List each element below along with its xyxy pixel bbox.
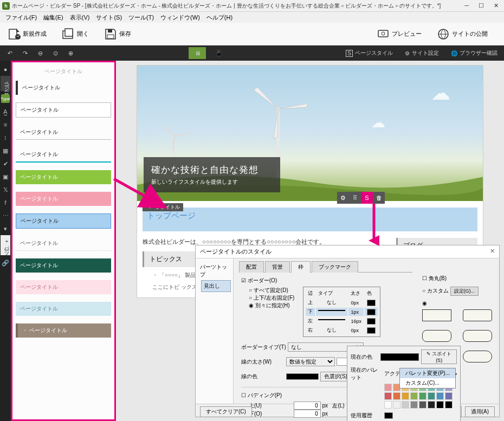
palette-swatch[interactable]: [419, 401, 427, 409]
more-icon[interactable]: ⋯: [1, 211, 10, 220]
menu-tool[interactable]: ツール(T): [126, 12, 156, 23]
palette-swatch[interactable]: [384, 384, 392, 391]
round-preset[interactable]: [463, 309, 492, 321]
tab-layout[interactable]: 配置: [239, 261, 264, 273]
style-option[interactable]: ページタイトル: [16, 192, 111, 206]
round-preset[interactable]: [422, 330, 451, 342]
style-icon[interactable]: S: [361, 192, 373, 204]
menu-window[interactable]: ウィンドウ(W): [158, 12, 202, 23]
minimize-icon[interactable]: ─: [464, 2, 469, 9]
palette-swatch[interactable]: [428, 392, 435, 400]
tab-parts-list[interactable]: ＋パーツ一覧: [1, 235, 10, 255]
tree-parts-top[interactable]: パーツトップ: [198, 262, 231, 280]
palette-swatch[interactable]: [402, 392, 409, 400]
round-preset[interactable]: [463, 330, 492, 342]
style-option[interactable]: ページタイトル: [16, 81, 111, 95]
scroll-down-icon[interactable]: ▾: [1, 224, 10, 233]
palette-swatch[interactable]: [428, 401, 435, 409]
page-title-text[interactable]: トップページ: [145, 209, 475, 221]
palette-swatch[interactable]: [436, 401, 444, 409]
menu-custom-color[interactable]: カスタム(C)...: [400, 378, 455, 388]
border-checkbox[interactable]: ボーダー(O): [241, 277, 277, 283]
palette-swatch[interactable]: [410, 392, 418, 400]
eyedropper-button[interactable]: ✎ スポイト(S): [421, 349, 457, 364]
palette-swatch[interactable]: [384, 392, 392, 400]
zoom-in-icon[interactable]: ⊕: [64, 47, 77, 60]
palette-swatch[interactable]: [393, 401, 400, 409]
delete-icon[interactable]: 🗑: [373, 192, 385, 204]
radio-custom[interactable]: カスタム: [422, 288, 449, 294]
open-button[interactable]: 開く: [59, 25, 92, 43]
history-swatch[interactable]: [384, 412, 393, 419]
preview-button[interactable]: プレビュー: [373, 25, 425, 43]
palette-swatch[interactable]: [410, 401, 418, 409]
menu-file[interactable]: ファイル(F): [3, 12, 39, 23]
check-icon[interactable]: ✔: [1, 159, 10, 168]
palette-swatch[interactable]: [384, 401, 392, 409]
palette-swatch[interactable]: [445, 392, 453, 400]
palette-swatch[interactable]: [393, 392, 400, 400]
style-option[interactable]: ページタイトル: [16, 125, 111, 140]
style-option[interactable]: ページタイトル: [16, 258, 111, 273]
palette-swatch[interactable]: [419, 392, 427, 400]
style-option[interactable]: ページタイトル: [16, 280, 111, 294]
round-settings-button[interactable]: 設定(G)...: [450, 287, 479, 296]
style-option[interactable]: ページタイトル: [16, 147, 111, 163]
style-option[interactable]: ページタイトル: [16, 236, 111, 251]
menu-help[interactable]: ヘルプ(H): [204, 12, 235, 23]
round-checkbox[interactable]: 角丸(B): [422, 275, 447, 281]
style-option[interactable]: ・ ページタイトル: [16, 323, 111, 338]
menu-site[interactable]: サイト(S): [94, 12, 124, 23]
device-desktop-icon[interactable]: 🖥: [189, 47, 206, 59]
style-option[interactable]: ページタイトル: [16, 302, 111, 316]
round-preset[interactable]: [422, 309, 451, 321]
link-icon[interactable]: 🔗: [1, 258, 10, 267]
radio-each[interactable]: 別々に指定(H): [249, 302, 290, 308]
settings-icon[interactable]: ⚙: [337, 192, 349, 204]
palette-swatch[interactable]: [436, 392, 444, 400]
menu-edit[interactable]: 編集(E): [41, 12, 66, 23]
publish-button[interactable]: サイトの公開: [434, 25, 491, 43]
new-button[interactable]: 新規作成: [4, 25, 50, 43]
tab-border[interactable]: 枠: [291, 261, 311, 273]
padding-checkbox[interactable]: パディング(P): [241, 392, 282, 398]
hr-icon[interactable]: ⫶: [1, 133, 10, 142]
text-icon[interactable]: A̲: [1, 107, 10, 116]
round-preset[interactable]: [463, 351, 492, 362]
style-option-selected[interactable]: ページタイトル: [16, 213, 111, 229]
palette-swatch[interactable]: [402, 401, 409, 409]
tab-page-list[interactable]: ページ一覧: [1, 76, 10, 91]
page-style-button[interactable]: Sページスタイル: [343, 48, 396, 58]
zoom-reset-icon[interactable]: ⊙: [49, 47, 62, 60]
menu-view[interactable]: 表示(V): [68, 12, 92, 23]
radio-tblr-fixed[interactable]: 上下/左右固定(F): [249, 295, 294, 301]
style-option[interactable]: ページタイトル: [16, 170, 111, 184]
list-icon[interactable]: ≡: [1, 120, 10, 129]
tab-background[interactable]: 背景: [265, 261, 290, 273]
redo-icon[interactable]: ↷: [18, 47, 31, 60]
browser-check-button[interactable]: 🌐 ブラウザー確認: [448, 48, 501, 58]
close-icon[interactable]: ✕: [494, 2, 499, 9]
line-width-mode[interactable]: 数値を指定: [286, 357, 335, 366]
grid-icon[interactable]: ⠿: [349, 192, 361, 204]
selected-element[interactable]: ページタイトル トップページ: [143, 208, 477, 231]
tree-heading[interactable]: 見出し: [201, 280, 231, 292]
apply-button[interactable]: 適用(A): [465, 406, 495, 417]
image-icon[interactable]: ▣: [1, 172, 10, 181]
device-mobile-icon[interactable]: 📱: [210, 47, 228, 59]
facebook-icon[interactable]: f: [1, 198, 10, 207]
bullet-icon[interactable]: ●: [1, 65, 10, 74]
save-button[interactable]: 保存: [101, 25, 134, 43]
dialog-close-icon[interactable]: ✕: [490, 248, 495, 256]
site-settings-button[interactable]: ⚙ サイト設定: [402, 48, 442, 58]
zoom-out-icon[interactable]: ⊖: [34, 47, 47, 60]
twitter-icon[interactable]: 𝕏: [1, 185, 10, 194]
maximize-icon[interactable]: ☐: [479, 2, 484, 9]
type-icon[interactable]: Type: [1, 94, 10, 103]
table-icon[interactable]: ▦: [1, 146, 10, 155]
palette-swatch[interactable]: [445, 401, 453, 409]
style-option[interactable]: ページタイトル: [16, 102, 111, 118]
radio-all-fixed[interactable]: すべて固定(D): [249, 287, 288, 293]
tab-bookmark[interactable]: ブックマーク: [312, 261, 358, 273]
clear-all-button[interactable]: すべてクリア(C): [200, 406, 252, 417]
